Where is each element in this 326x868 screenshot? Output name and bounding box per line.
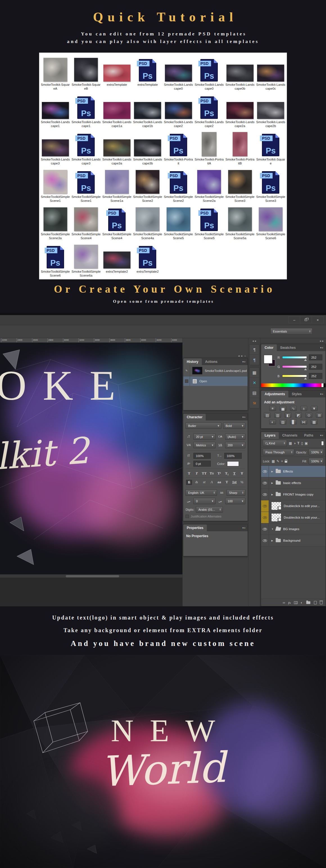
template-thumbnail[interactable] xyxy=(43,170,67,194)
channel-value-input[interactable]: 252 xyxy=(309,364,322,370)
new-layer-icon[interactable] xyxy=(314,601,317,604)
layer-name[interactable]: Effects xyxy=(283,470,293,473)
vertical-scale-input[interactable]: 100% xyxy=(193,453,211,459)
photo-filter-icon[interactable]: ◩ xyxy=(295,413,302,418)
lock-all-icon[interactable] xyxy=(285,461,287,463)
template-thumbnail[interactable] xyxy=(42,102,69,119)
layer-row[interactable]: ▼BG Images xyxy=(261,523,325,535)
template-item[interactable]: PSDPsextraTemplate2 xyxy=(132,241,163,278)
psd-file-icon[interactable]: PSDPs xyxy=(262,134,279,156)
link-layers-icon[interactable]: ∞ xyxy=(283,601,285,604)
opentype-feature-button[interactable]: A xyxy=(209,480,215,485)
history-step-row[interactable]: Open xyxy=(183,376,248,386)
filter-shape-layers-icon[interactable]: ▯ xyxy=(301,441,303,445)
type-style-button[interactable]: T₁ xyxy=(224,471,230,475)
kerning-select[interactable]: Metrics▼ xyxy=(193,442,215,448)
opentype-feature-button[interactable]: ½ xyxy=(239,480,245,485)
psd-file-icon[interactable]: PSDPs xyxy=(139,59,156,82)
template-thumbnail[interactable] xyxy=(103,65,130,82)
glyphs-panel-icon[interactable]: ▦ xyxy=(250,368,259,378)
template-thumbnail[interactable] xyxy=(259,208,283,231)
psd-file-icon[interactable]: PSDPs xyxy=(200,59,218,82)
type-style-button[interactable]: T xyxy=(231,471,237,475)
template-item[interactable]: PSDPsSmokeToolkitSimpleScene2 xyxy=(163,166,194,203)
layer-row[interactable]: Doubleclick to edit your... xyxy=(261,512,325,523)
layer-name[interactable]: basic effects xyxy=(283,481,301,485)
eye-icon[interactable] xyxy=(263,505,267,507)
visibility-cell[interactable] xyxy=(261,477,269,489)
justification-checkbox[interactable] xyxy=(186,515,189,518)
layer-name[interactable]: FRONT Images copy xyxy=(283,493,313,496)
foreground-color-swatch[interactable] xyxy=(264,355,272,364)
channel-slider[interactable] xyxy=(282,365,307,368)
horizontal-scale-input[interactable]: 100% xyxy=(224,453,242,459)
eye-icon[interactable] xyxy=(263,528,267,530)
tab-properties[interactable]: Properties xyxy=(183,525,206,531)
psd-file-icon[interactable]: PSDPs xyxy=(108,209,126,231)
delete-layer-icon[interactable] xyxy=(320,601,323,604)
template-thumbnail[interactable] xyxy=(43,58,67,82)
template-item[interactable]: SmokeToolkitSimpleScene6a xyxy=(71,241,102,278)
stock-panel-icon[interactable]: St xyxy=(250,398,259,408)
tab-swatches[interactable]: Swatches xyxy=(277,344,299,351)
panel-menu-icon[interactable]: ▾≡ xyxy=(320,393,323,396)
template-thumbnail[interactable] xyxy=(227,65,254,82)
template-item[interactable]: PSDPsSmokeToolkitSimpleScene5 xyxy=(194,203,225,241)
panel-menu-icon[interactable]: ▾≡ xyxy=(242,526,246,529)
template-thumbnail[interactable] xyxy=(228,208,252,231)
exposure-icon[interactable]: ± xyxy=(300,406,307,411)
channel-slider[interactable] xyxy=(282,375,307,377)
tab-color[interactable]: Color xyxy=(261,344,276,351)
lock-position-icon[interactable]: + xyxy=(281,459,283,463)
opentype-feature-button[interactable]: st xyxy=(201,480,207,485)
panel-menu-icon[interactable]: ▾≡ xyxy=(320,434,323,437)
psd-file-icon[interactable]: PSDPs xyxy=(262,171,279,194)
opacity-input[interactable]: 100%▼ xyxy=(308,449,324,455)
psd-file-icon[interactable]: PSDPs xyxy=(77,171,95,194)
template-item[interactable]: SmokeToolkit-PortraitB xyxy=(225,128,256,166)
template-thumbnail[interactable] xyxy=(165,102,192,119)
opentype-feature-button[interactable]: fi xyxy=(186,480,192,485)
workspace-switcher[interactable]: Essentials⇕ xyxy=(270,328,313,335)
twisty-icon[interactable]: ▶ xyxy=(271,470,273,473)
template-thumbnail[interactable] xyxy=(103,102,130,119)
libraries-panel-icon[interactable]: ✕ xyxy=(250,378,259,388)
template-item[interactable]: SmokeToolkitSimpleScene5 xyxy=(163,203,194,241)
tab-history[interactable]: History xyxy=(183,359,201,365)
template-item[interactable]: SmokeToolkit-Landscape0b xyxy=(225,54,256,91)
font-size-select[interactable]: 20 pt▼ xyxy=(193,433,215,440)
filter-pixel-layers-icon[interactable]: ▦ xyxy=(289,441,292,445)
lock-transparency-icon[interactable]: ▦ xyxy=(272,459,275,463)
template-thumbnail[interactable] xyxy=(257,102,284,119)
layer-name[interactable]: BG Images xyxy=(283,527,299,531)
visibility-cell[interactable] xyxy=(261,500,269,512)
template-item[interactable]: SmokeToolkit-Landscape3b xyxy=(132,128,163,166)
template-thumbnail[interactable] xyxy=(103,140,130,156)
template-item[interactable]: PSDPsextraTemplate xyxy=(132,54,163,91)
opentype-feature-button[interactable]: aa xyxy=(217,480,222,485)
template-item[interactable]: SmokeToolkitSimpleScene2 xyxy=(132,166,163,203)
horizontal-scrollbar[interactable] xyxy=(0,574,183,578)
channel-value-input[interactable]: 252 xyxy=(309,354,322,360)
twisty-icon[interactable]: ▶ xyxy=(271,493,273,496)
minimize-button[interactable]: – xyxy=(288,316,300,323)
gradient-map-icon[interactable]: ▩ xyxy=(311,420,318,425)
psd-file-icon[interactable]: PSDPs xyxy=(47,246,64,269)
template-item[interactable]: SmokeToolkitSimpleScene1 xyxy=(40,166,71,203)
template-thumbnail[interactable] xyxy=(74,208,98,231)
template-item[interactable]: PSDPsSmokeToolkitSimpleScene6 xyxy=(40,241,71,278)
template-thumbnail[interactable] xyxy=(136,170,159,194)
type-style-button[interactable]: Ŧ xyxy=(239,471,245,475)
template-thumbnail[interactable] xyxy=(257,65,284,82)
paragraph-styles-panel-icon[interactable]: ¶ xyxy=(250,355,259,365)
channel-mixer-icon[interactable]: ⊙ xyxy=(305,413,312,418)
layer-comps-panel-icon[interactable]: ▤ xyxy=(250,388,259,398)
new-group-icon[interactable] xyxy=(306,601,310,604)
template-thumbnail[interactable] xyxy=(227,102,254,119)
visibility-cell[interactable] xyxy=(261,535,269,546)
template-item[interactable]: PSDPsSmokeToolkit-Portrait xyxy=(163,128,194,166)
layer-row[interactable]: Doubleclick to edit your... xyxy=(261,500,325,512)
template-item[interactable]: SmokeToolkit-Landscape2a xyxy=(225,91,256,128)
layer-row[interactable]: ▶FRONT Images copy xyxy=(261,489,325,500)
template-item[interactable]: PSDPsSmokeToolkitSimpleScene3 xyxy=(256,166,286,203)
